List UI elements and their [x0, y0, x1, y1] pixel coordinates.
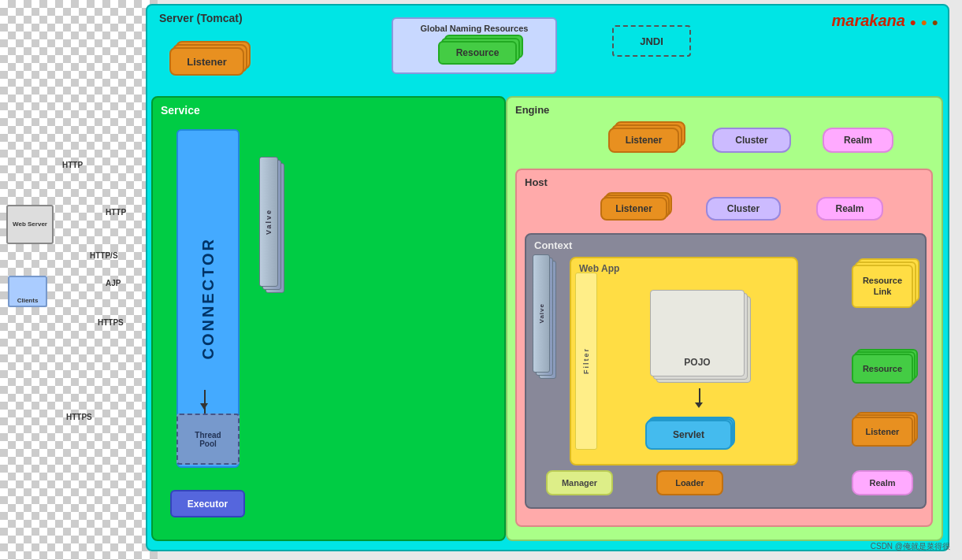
listener-top-label: Listener: [187, 56, 227, 68]
servlet-label: Servlet: [673, 429, 704, 440]
https-label-3: HTTPS: [66, 413, 92, 421]
host-cluster-label: Cluster: [727, 203, 760, 214]
realm-ctx-label: Realm: [869, 478, 895, 488]
host-listener-label: Listener: [615, 203, 652, 214]
thread-pool-box: ThreadPool: [176, 414, 240, 465]
host-realm: Realm: [816, 197, 883, 221]
marakana-logo: marakana ● ● ●: [832, 12, 939, 30]
pojo-label: POJO: [684, 357, 710, 368]
host-realm-label: Realm: [835, 203, 864, 214]
host-box: Host Listener Cluster: [515, 169, 933, 527]
gnr-title: Global Naming Resources: [398, 24, 551, 33]
connector-label: CONNECTOR: [199, 237, 217, 360]
gnr-resource-label: Resource: [456, 47, 500, 58]
listener-ctx-stack: Listener: [847, 412, 913, 447]
engine-listener-label: Listener: [626, 135, 663, 146]
resource-link-label: Resource Link: [856, 276, 908, 296]
resource-ctx-label: Resource: [863, 364, 902, 373]
brand-dots: ●: [909, 16, 916, 28]
engine-cluster: Cluster: [712, 128, 791, 153]
server-title: Server (Tomcat): [159, 12, 243, 24]
filter-box: Filter: [575, 273, 597, 450]
loader-label: Loader: [675, 478, 704, 488]
filter-label: Filter: [582, 347, 590, 374]
web-server-label: Web Server: [13, 221, 47, 228]
client-area: Web Server: [6, 205, 54, 244]
host-title: Host: [525, 176, 548, 188]
engine-listener-stack: Listener: [602, 121, 679, 153]
valve-stack-1: Valve: [259, 157, 287, 299]
resource-link-stack: Resource Link: [845, 258, 913, 308]
context-title: Context: [534, 239, 572, 251]
web-server-icon: Web Server: [6, 205, 54, 244]
manager-box: Manager: [546, 470, 613, 495]
thread-pool-label: ThreadPool: [195, 431, 221, 448]
valve-1-label: Valve: [265, 209, 273, 235]
realm-ctx: Realm: [852, 470, 913, 495]
brand-dot-2: ●: [921, 16, 927, 28]
engine-realm: Realm: [823, 128, 893, 153]
servlet-stack: Servlet: [642, 417, 732, 450]
csdn-footer: CSDN @俺就是菜得很: [871, 541, 950, 552]
engine-cluster-label: Cluster: [735, 135, 767, 146]
manager-label: Manager: [562, 478, 597, 488]
arrow-down-1: [204, 390, 206, 414]
listener-top-stack: Listener: [163, 41, 244, 76]
http-label-1: HTTP: [62, 161, 83, 169]
http-label-2: HTTP: [106, 208, 126, 217]
executor-box: Executor: [170, 490, 245, 517]
brand-dot-3: ●: [932, 16, 938, 28]
webapp-box: Web App Filter POJO: [570, 257, 798, 465]
clients-icon: Clients: [8, 276, 47, 307]
executor-label: Executor: [188, 499, 228, 510]
main-container: Server (Tomcat) marakana ● ● ● Listener …: [0, 0, 962, 560]
valve-stack-2: Valve: [533, 254, 560, 384]
host-listener-stack: Listener: [596, 192, 667, 221]
ajp-label: AJP: [106, 279, 121, 287]
jndi-box: JNDI: [612, 25, 691, 57]
pojo-servlet-arrowhead: [695, 402, 703, 408]
engine-realm-label: Realm: [844, 135, 872, 146]
service-title: Service: [161, 104, 200, 117]
engine-box: Engine Listener Cluster Realm: [506, 96, 943, 541]
tomcat-server-box: Server (Tomcat) marakana ● ● ● Listener …: [146, 4, 949, 551]
brand-name: marakana: [832, 12, 905, 29]
https-label-2: HTTPS: [98, 318, 124, 327]
listener-ctx-label: Listener: [866, 427, 900, 436]
clients-label: Clients: [17, 297, 39, 304]
jndi-label: JNDI: [640, 35, 663, 47]
context-box: Context Valve Web App Fi: [525, 233, 927, 509]
host-cluster: Cluster: [706, 197, 781, 221]
https-label: HTTP/S: [90, 251, 118, 260]
pojo-area: POJO: [650, 290, 752, 384]
arrowhead-1: [200, 403, 208, 410]
pojo-servlet-arrow: [699, 388, 700, 404]
service-box: Service HTTP HTTP HTTP/S AJP HTTPS HTTPS…: [151, 96, 506, 541]
loader-box: Loader: [656, 470, 723, 495]
valve-2-label: Valve: [538, 303, 545, 323]
engine-title: Engine: [515, 104, 549, 116]
clients-area: Clients: [8, 276, 47, 307]
resource-ctx-stack: Resource: [847, 349, 913, 384]
gnr-box: Global Naming Resources Resource: [392, 17, 557, 74]
